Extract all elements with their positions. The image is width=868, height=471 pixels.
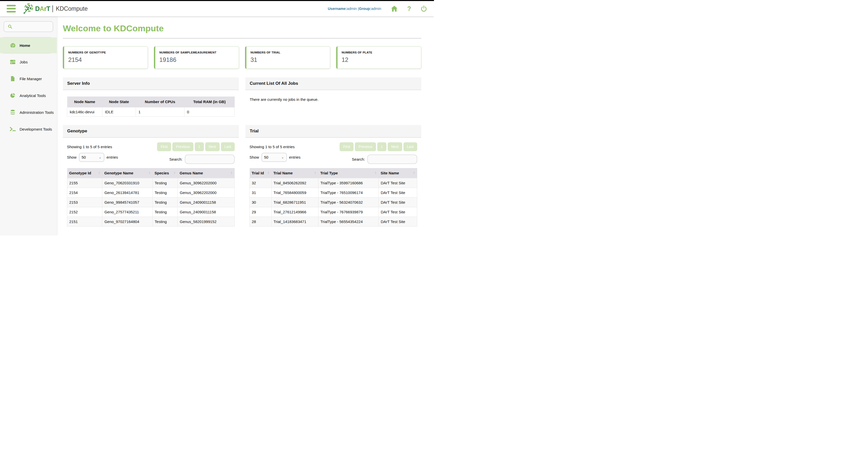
sortable-column-header[interactable]: Genotype Id▲▼ xyxy=(67,168,102,178)
sidebar-search-input[interactable] xyxy=(15,25,50,29)
last-page-button[interactable]: Last xyxy=(221,142,235,151)
table-cell: 2153 xyxy=(67,197,102,207)
sidebar-item-jobs[interactable]: Jobs xyxy=(0,54,57,70)
page-size-value: 50 xyxy=(264,155,269,159)
table-row: 30 Trial_68286711951 TrialType - 5632407… xyxy=(250,197,417,207)
table-row: 2154 Geno_26139414781 Testing Genus_3096… xyxy=(67,188,235,197)
page-size-select[interactable]: 50 ⌄ xyxy=(261,153,287,162)
table-row: 2152 Geno_27577435211 Testing Genus_2409… xyxy=(67,207,235,217)
table-cell: 29 xyxy=(250,207,272,217)
stat-card-genotype: NUMBERS OF GENOTYPE 2154 xyxy=(63,46,148,69)
table-cell: 0 xyxy=(184,107,235,116)
sortable-column-header[interactable]: Site Name▲▼ xyxy=(378,168,417,178)
sortable-column-header[interactable]: Genus Name▲▼ xyxy=(178,168,235,178)
stat-card-label: NUMBERS OF PLATE xyxy=(342,51,417,54)
trial-search-input[interactable] xyxy=(367,155,417,164)
table-row: 2155 Geno_70620331910 Testing Genus_3096… xyxy=(67,178,235,188)
pie-chart-icon xyxy=(10,93,16,98)
first-page-button[interactable]: First xyxy=(157,142,171,151)
previous-page-button[interactable]: Previous xyxy=(355,142,376,151)
sort-icon: ▲▼ xyxy=(413,171,415,175)
panel-title: Genotype xyxy=(63,125,239,138)
sort-icon: ▲▼ xyxy=(230,171,232,175)
sortable-column-header[interactable]: Trial Type▲▼ xyxy=(318,168,378,178)
table-cell: DArT Test Site xyxy=(378,197,417,207)
table-cell: Genus_30962202000 xyxy=(178,188,235,197)
stat-card-label: NUMBERS OF TRIAL xyxy=(250,51,326,54)
first-page-button[interactable]: First xyxy=(340,142,353,151)
sidebar: Home Jobs xyxy=(0,16,57,236)
table-cell: DArT Test Site xyxy=(378,217,417,226)
brand-dart-text: DArT xyxy=(35,5,50,12)
next-page-button[interactable]: Next xyxy=(205,142,220,151)
table-cell: Genus_30962202000 xyxy=(178,178,235,188)
stat-cards: NUMBERS OF GENOTYPE 2154 NUMBERS OF SAMP… xyxy=(63,46,421,69)
home-icon[interactable] xyxy=(391,6,398,12)
jobs-empty-message: There are currently no jobs in the queue… xyxy=(245,90,421,102)
table-row: 2151 Geno_97027164804 Testing Genus_5820… xyxy=(67,217,235,226)
brand-logo[interactable]: DArT KDCompute xyxy=(23,3,88,14)
genotype-search-input[interactable] xyxy=(185,155,235,164)
table-row: 32 Trial_84506262092 TrialType - 3599716… xyxy=(250,178,417,188)
table-cell: Trial_27612149966 xyxy=(271,207,318,217)
power-icon[interactable] xyxy=(421,5,427,12)
pagination: First Previous 1 Next Last xyxy=(157,142,235,151)
table-cell: 31 xyxy=(250,188,272,197)
sortable-column-header[interactable]: Trial Id▲▼ xyxy=(250,168,272,178)
showing-entries-text: Showing 1 to 5 of 5 entries xyxy=(249,145,301,149)
sort-icon: ▲▼ xyxy=(149,171,150,175)
file-icon xyxy=(10,76,16,82)
page-number-button[interactable]: 1 xyxy=(377,142,386,151)
title-rule xyxy=(63,38,421,39)
column-header: Node Name xyxy=(67,96,102,107)
table-cell: TrialType - 35997160686 xyxy=(318,178,378,188)
help-icon[interactable]: ? xyxy=(407,6,411,12)
sidebar-item-development-tools[interactable]: Development Tools xyxy=(0,121,57,137)
table-row: kdc146c-devui IDLE 1 0 xyxy=(67,107,235,116)
sidebar-item-file-manager[interactable]: File Manager xyxy=(0,70,57,87)
sidebar-item-analytical-tools[interactable]: Analytical Tools xyxy=(0,87,57,104)
table-cell: 2152 xyxy=(67,207,102,217)
table-cell: Geno_26139414781 xyxy=(102,188,152,197)
panel-title: Trial xyxy=(245,125,421,138)
brand-divider xyxy=(53,5,53,12)
table-cell: TrialType - 56554354224 xyxy=(318,217,378,226)
next-page-button[interactable]: Next xyxy=(388,142,402,151)
table-cell: Genus_24090011158 xyxy=(178,207,235,217)
sort-icon: ▲▼ xyxy=(268,171,269,175)
table-cell: DArT Test Site xyxy=(378,207,417,217)
previous-page-button[interactable]: Previous xyxy=(172,142,193,151)
sort-icon: ▲▼ xyxy=(314,171,316,175)
sidebar-item-label: Jobs xyxy=(20,60,28,64)
entries-label: entries xyxy=(107,155,118,159)
dart-logo-icon xyxy=(23,3,34,14)
sidebar-item-home[interactable]: Home xyxy=(0,37,57,53)
sidebar-item-administration-tools[interactable]: Administration Tools xyxy=(0,104,57,121)
sortable-column-header[interactable]: Species▲▼ xyxy=(152,168,178,178)
show-label: Show xyxy=(67,155,76,159)
table-cell: Trial_76584800059 xyxy=(271,188,318,197)
sortable-column-header[interactable]: Genotype Name▲▼ xyxy=(102,168,152,178)
table-row: 28 Trial_14183683471 TrialType - 5655435… xyxy=(250,217,417,226)
last-page-button[interactable]: Last xyxy=(403,142,417,151)
stat-card-value: 12 xyxy=(342,56,417,63)
page-number-button[interactable]: 1 xyxy=(195,142,204,151)
server-info-table: Node Name Node State Number of CPUs Tota… xyxy=(67,96,235,117)
table-cell: IDLE xyxy=(102,107,136,116)
stat-card-plate: NUMBERS OF PLATE 12 xyxy=(336,46,421,69)
database-icon xyxy=(10,109,16,115)
table-cell: TrialType - 76510096174 xyxy=(318,188,378,197)
genotype-panel: Genotype Showing 1 to 5 of 5 entries Sho… xyxy=(63,125,239,227)
table-cell: Geno_97027164804 xyxy=(102,217,152,226)
sidebar-item-label: Analytical Tools xyxy=(20,93,46,98)
entries-label: entries xyxy=(289,155,301,159)
table-cell: 2151 xyxy=(67,217,102,226)
main-content: Welcome to KDCompute NUMBERS OF GENOTYPE… xyxy=(57,16,434,236)
sortable-column-header[interactable]: Trial Name▲▼ xyxy=(271,168,318,178)
page-size-select[interactable]: 50 ⌄ xyxy=(79,153,104,162)
table-cell: 30 xyxy=(250,197,272,207)
hamburger-menu-icon[interactable] xyxy=(7,5,16,12)
stat-card-samplemeasurement: NUMBERS OF SAMPLEMEASUREMENT 19186 xyxy=(154,46,239,69)
stat-card-trial: NUMBERS OF TRIAL 31 xyxy=(245,46,330,69)
table-cell: 2155 xyxy=(67,178,102,188)
